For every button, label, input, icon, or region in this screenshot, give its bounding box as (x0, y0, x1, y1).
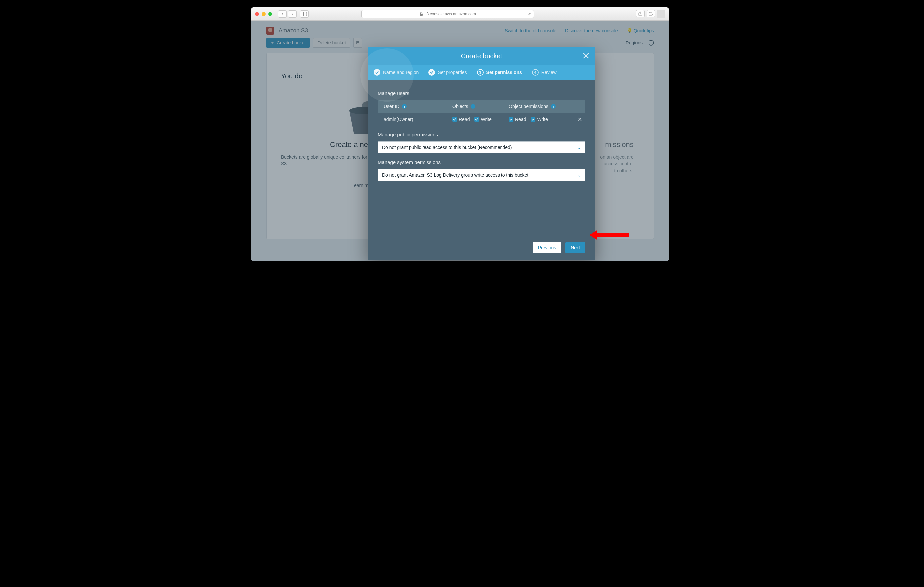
remove-row-icon[interactable]: ✕ (575, 116, 584, 122)
next-button[interactable]: Next (565, 242, 586, 253)
lock-icon (419, 12, 423, 16)
wizard-steps: Name and region Set properties 3 Set per… (368, 65, 596, 80)
chevron-down-icon: ⌄ (578, 145, 581, 150)
sidebar-toggle-button[interactable] (300, 10, 309, 18)
system-permissions-select[interactable]: Do not grant Amazon S3 Log Delivery grou… (378, 169, 586, 181)
public-permissions-select[interactable]: Do not grant public read access to this … (378, 141, 586, 154)
browser-window: ‹ › s3.console.aws.amazon.com ⟳ + (251, 7, 669, 261)
minimize-window-button[interactable] (262, 12, 266, 16)
svg-rect-0 (302, 12, 307, 16)
maximize-window-button[interactable] (268, 12, 272, 16)
step-number-icon: 4 (532, 69, 539, 76)
share-button[interactable] (636, 10, 645, 17)
forward-button[interactable]: › (288, 10, 297, 18)
perm-write-checkbox[interactable]: Write (531, 117, 548, 122)
table-row: admin(Owner) Read Write Read Write ✕ (378, 112, 586, 126)
svg-rect-5 (648, 13, 652, 15)
tabs-button[interactable] (647, 10, 655, 17)
step-name-region[interactable]: Name and region (374, 69, 419, 76)
objects-write-checkbox[interactable]: Write (474, 117, 491, 122)
row-user: admin(Owner) (378, 117, 452, 122)
step-set-permissions[interactable]: 3 Set permissions (477, 69, 522, 76)
check-icon (429, 69, 435, 76)
aws-s3-console: Amazon S3 Switch to the old console Disc… (251, 21, 669, 261)
annotation-arrow (596, 233, 629, 237)
browser-titlebar: ‹ › s3.console.aws.amazon.com ⟳ + (251, 7, 669, 21)
chevron-down-icon: ⌄ (578, 173, 581, 178)
address-bar[interactable]: s3.console.aws.amazon.com ⟳ (361, 10, 534, 18)
check-icon (374, 69, 380, 76)
perm-read-checkbox[interactable]: Read (509, 117, 526, 122)
close-window-button[interactable] (255, 12, 259, 16)
info-icon[interactable]: i (551, 104, 556, 109)
step-review[interactable]: 4 Review (532, 69, 557, 76)
previous-button[interactable]: Previous (533, 242, 561, 253)
col-user-id: User ID (384, 104, 399, 109)
step-set-properties[interactable]: Set properties (429, 69, 467, 76)
step-number-icon: 3 (477, 69, 483, 76)
info-icon[interactable]: i (470, 104, 475, 109)
select-value: Do not grant public read access to this … (382, 145, 512, 150)
url-host: s3.console.aws.amazon.com (425, 12, 476, 16)
col-object-permissions: Object permissions (509, 104, 548, 109)
create-bucket-modal: Create bucket Name and region Set proper… (368, 47, 596, 260)
close-icon[interactable] (582, 52, 591, 60)
modal-title: Create bucket (461, 53, 503, 60)
manage-users-heading: Manage users (378, 90, 586, 96)
new-tab-button[interactable]: + (657, 10, 665, 18)
select-value: Do not grant Amazon S3 Log Delivery grou… (382, 172, 528, 178)
svg-rect-2 (420, 13, 422, 16)
manage-public-heading: Manage public permissions (378, 132, 586, 137)
modal-footer: Previous Next (378, 237, 586, 253)
objects-read-checkbox[interactable]: Read (452, 117, 470, 122)
back-button[interactable]: ‹ (278, 10, 287, 18)
info-icon[interactable]: i (402, 104, 407, 109)
col-objects: Objects (452, 104, 468, 109)
users-table-header: User IDi Objectsi Object permissionsi (378, 100, 586, 112)
reload-icon[interactable]: ⟳ (528, 12, 531, 16)
manage-system-heading: Manage system permissions (378, 159, 586, 165)
window-controls (255, 12, 272, 16)
